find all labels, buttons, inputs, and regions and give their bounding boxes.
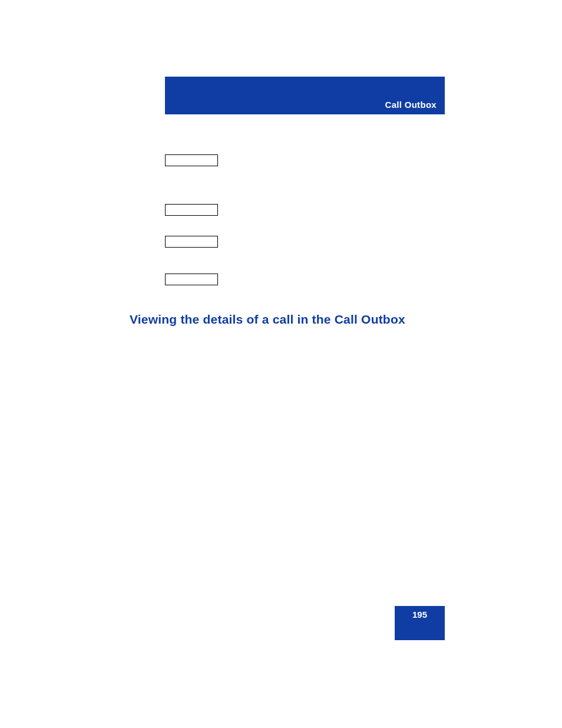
softkey-box-2 — [165, 204, 218, 216]
page-number: 195 — [395, 610, 445, 620]
softkey-box-4 — [165, 274, 218, 285]
header-title: Call Outbox — [385, 100, 437, 110]
document-page: Call Outbox Viewing the details of a cal… — [0, 0, 562, 728]
section-heading: Viewing the details of a call in the Cal… — [130, 312, 405, 327]
softkey-box-1 — [165, 154, 218, 166]
page-number-box: 195 — [395, 606, 445, 640]
header-band: Call Outbox — [165, 77, 445, 114]
softkey-box-3 — [165, 236, 218, 248]
